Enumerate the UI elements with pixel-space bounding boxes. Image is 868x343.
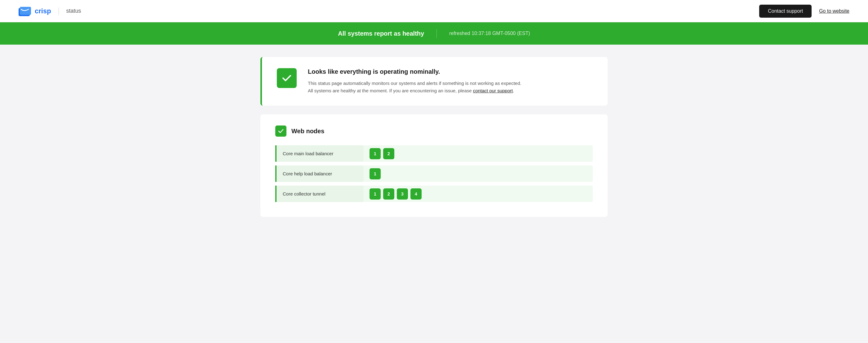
node-label: Core main load balancer [277,145,363,162]
node-badges: 1 [363,168,387,179]
banner-divider [436,29,437,38]
node-badge: 2 [383,188,394,199]
status-card-content: Looks like everything is operating nomin… [308,68,521,94]
node-label: Core help load balancer [277,165,363,182]
check-icon-large [277,68,297,88]
status-banner: All systems report as healthy refreshed … [0,22,868,44]
node-badge: 2 [383,148,394,159]
logo-area: crisp status [19,6,81,16]
nodes-header: Web nodes [275,125,593,137]
logo-text: crisp [35,7,51,15]
node-badges: 1234 [363,188,428,199]
checkmark-icon [281,72,292,84]
node-badge: 3 [397,188,408,199]
node-row: Core help load balancer1 [275,165,593,182]
nodes-check-icon [275,125,286,137]
contact-support-link[interactable]: contact our support [473,88,513,93]
node-row: Core main load balancer12 [275,145,593,162]
node-label: Core collector tunnel [277,186,363,202]
banner-status-text: All systems report as healthy [338,30,424,37]
crisp-logo-icon [19,6,31,16]
header-actions: Contact support Go to website [759,5,849,18]
desc-line2: All systems are healthy at the moment. I… [308,88,472,93]
nodes-list: Core main load balancer12Core help load … [275,145,593,202]
desc-line1: This status page automatically monitors … [308,81,521,86]
banner-refresh-text: refreshed 10:37:18 GMT-0500 (EST) [449,31,530,36]
contact-support-button[interactable]: Contact support [759,5,812,18]
node-row: Core collector tunnel1234 [275,186,593,202]
nodes-section-title: Web nodes [291,128,324,135]
go-to-website-button[interactable]: Go to website [819,8,849,14]
header: crisp status Contact support Go to websi… [0,0,868,22]
nodes-card: Web nodes Core main load balancer12Core … [260,114,608,217]
status-card-description: This status page automatically monitors … [308,80,521,94]
desc-end: . [513,88,514,93]
node-badge: 1 [370,148,381,159]
logo-divider [59,7,59,15]
main-content: Looks like everything is operating nomin… [254,44,614,229]
node-badge: 1 [370,188,381,199]
node-badge: 4 [410,188,422,199]
node-badge: 1 [370,168,381,179]
logo-status: status [66,8,81,14]
node-badges: 12 [363,148,401,159]
status-card-title: Looks like everything is operating nomin… [308,68,521,75]
nodes-checkmark-icon [278,128,284,134]
status-card: Looks like everything is operating nomin… [260,57,608,106]
